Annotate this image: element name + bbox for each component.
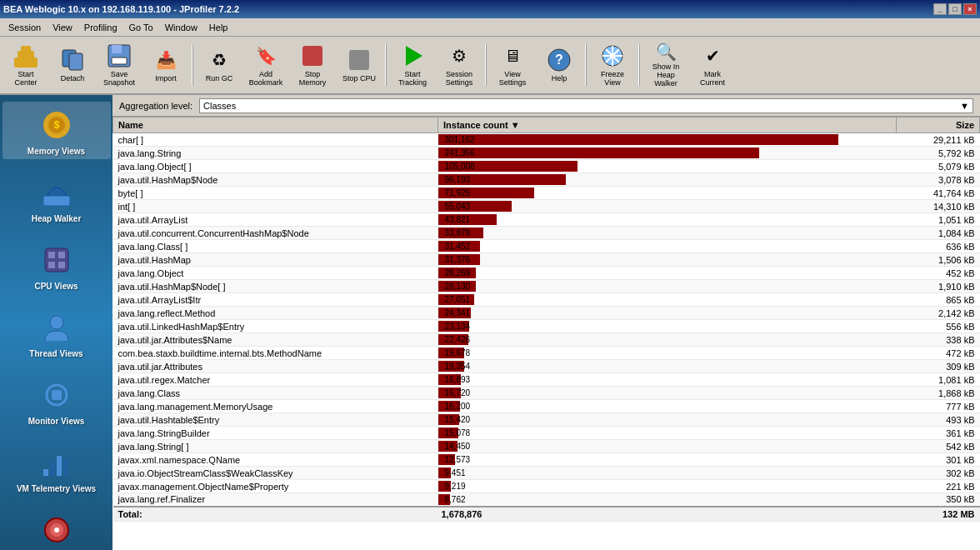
table-row[interactable]: java.lang.StringBuilder15,078361 kB xyxy=(113,427,980,440)
table-row[interactable]: java.util.jar.Attributes19,354309 kB xyxy=(113,360,980,373)
sidebar-label-3: Thread Views xyxy=(29,349,82,358)
cell-classname: java.util.LinkedHashMap$Entry xyxy=(113,320,438,333)
cell-count: 43,821 xyxy=(438,213,897,227)
menu-item-go to[interactable]: Go To xyxy=(124,21,158,34)
table-row[interactable]: byte[ ]71,92541,764 kB xyxy=(113,187,980,200)
toolbar-icon-7 xyxy=(346,47,372,73)
cell-classname: int[ ] xyxy=(113,200,438,213)
toolbar-separator-3 xyxy=(192,44,193,86)
cell-classname: java.lang.String xyxy=(113,147,438,160)
toolbar-btn-start-tracking[interactable]: Start Tracking xyxy=(390,39,435,91)
col-size-header[interactable]: Size xyxy=(897,118,980,133)
toolbar-btn-start-center[interactable]: Start Center xyxy=(3,39,48,91)
toolbar-btn-help[interactable]: ?Help xyxy=(537,39,582,91)
cell-count: 105,008 xyxy=(438,160,897,173)
table-row[interactable]: java.util.HashMap31,3761,506 kB xyxy=(113,253,980,267)
table-row[interactable]: java.lang.Object28,269452 kB xyxy=(113,267,980,280)
table-row[interactable]: java.lang.Object[ ]105,0085,079 kB xyxy=(113,160,980,173)
toolbar-label-11: Help xyxy=(552,75,568,83)
toolbar-btn-stop-memory[interactable]: Stop Memory xyxy=(290,39,335,91)
count-value: 31,452 xyxy=(442,242,893,251)
table-row[interactable]: char[ ]301,16229,211 kB xyxy=(113,133,980,147)
table-row[interactable]: java.util.regex.Matcher16,8931,081 kB xyxy=(113,373,980,387)
sidebar-item-cpu-views[interactable]: CPU Views xyxy=(2,237,111,294)
total-size: 132 MB xyxy=(897,507,980,522)
table-row[interactable]: java.util.LinkedHashMap$Entry23,134556 k… xyxy=(113,320,980,333)
minimize-button[interactable]: _ xyxy=(933,3,947,15)
total-row: Total:1,678,876132 MB xyxy=(113,507,980,522)
table-row[interactable]: com.bea.staxb.buildtime.internal.bts.Met… xyxy=(113,347,980,360)
table-row[interactable]: java.lang.String[ ]14,450542 kB xyxy=(113,440,980,453)
sidebar-icon-3 xyxy=(37,308,77,348)
cell-size: 41,764 kB xyxy=(897,187,980,200)
count-value: 55,043 xyxy=(442,202,893,211)
menu-item-profiling[interactable]: Profiling xyxy=(79,21,122,34)
sidebar-item-jee-&-probes[interactable]: JEE & Probes xyxy=(2,507,111,550)
toolbar-btn-run-gc[interactable]: ♻Run GC xyxy=(197,39,242,91)
count-value: 33,878 xyxy=(442,228,893,238)
toolbar-btn-save-snapshot[interactable]: Save Snapshot xyxy=(97,39,142,91)
count-value: 27,051 xyxy=(442,295,893,304)
toolbar-btn-stop-cpu[interactable]: Stop CPU xyxy=(337,39,382,91)
table-row[interactable]: java.lang.Class[ ]31,452636 kB xyxy=(113,240,980,253)
sidebar-icon-4 xyxy=(37,375,77,415)
svg-rect-9 xyxy=(349,50,369,70)
table-row[interactable]: java.lang.Class16,7201,868 kB xyxy=(113,387,980,400)
toolbar-btn-freeze-view[interactable]: Freeze View xyxy=(590,39,635,91)
table-row[interactable]: java.io.ObjectStreamClass$WeakClassKey9,… xyxy=(113,467,980,480)
col-name-header[interactable]: Name xyxy=(113,118,438,133)
cell-classname: java.lang.reflect.Method xyxy=(113,307,438,320)
cell-classname: java.util.HashMap$Node[ ] xyxy=(113,280,438,293)
menu-item-window[interactable]: Window xyxy=(160,21,202,34)
table-row[interactable]: java.lang.management.MemoryUsage16,20077… xyxy=(113,400,980,413)
table-row[interactable]: int[ ]55,04314,310 kB xyxy=(113,200,980,213)
menu-item-help[interactable]: Help xyxy=(204,21,233,34)
svg-rect-6 xyxy=(112,45,122,53)
toolbar-btn-detach[interactable]: Detach xyxy=(50,39,95,91)
sidebar-item-memory-views[interactable]: $Memory Views xyxy=(2,102,111,159)
toolbar-icon-10: 🖥 xyxy=(499,42,526,69)
table-row[interactable]: java.util.HashMap$Node96,1933,078 kB xyxy=(113,173,980,187)
sidebar-item-monitor-views[interactable]: Monitor Views xyxy=(2,372,111,429)
table-row[interactable]: java.util.HashMap$Node[ ]28,1301,910 kB xyxy=(113,280,980,293)
maximize-button[interactable]: □ xyxy=(948,3,962,15)
table-row[interactable]: java.util.concurrent.ConcurrentHashMap$N… xyxy=(113,227,980,240)
toolbar-btn-add-bookmark[interactable]: 🔖Add Bookmark xyxy=(243,39,288,91)
cell-size: 542 kB xyxy=(897,440,980,453)
table-row[interactable]: javax.management.ObjectName$Property9,21… xyxy=(113,480,980,493)
toolbar-btn-view-settings[interactable]: 🖥View Settings xyxy=(490,39,535,91)
table-row[interactable]: java.util.ArrayList43,8211,051 kB xyxy=(113,213,980,227)
count-value: 15,420 xyxy=(442,415,893,424)
toolbar-btn-session-settings[interactable]: ⚙Session Settings xyxy=(437,39,482,91)
sidebar-item-heap-walker[interactable]: Heap Walker xyxy=(2,169,111,227)
cell-size: 1,868 kB xyxy=(897,387,980,400)
sidebar-item-vm-telemetry-views[interactable]: VM Telemetry Views xyxy=(2,439,111,497)
menu-item-session[interactable]: Session xyxy=(3,21,46,34)
table-row[interactable]: java.lang.String241,3565,792 kB xyxy=(113,147,980,160)
count-value: 8,762 xyxy=(442,495,893,504)
sidebar-item-thread-views[interactable]: Thread Views xyxy=(2,304,111,362)
count-value: 71,925 xyxy=(442,188,893,198)
col-instance-header[interactable]: Instance count ▼ xyxy=(438,118,897,133)
table-row[interactable]: java.lang.ref.Finalizer8,762350 kB xyxy=(113,493,980,507)
table-row[interactable]: java.util.ArrayList$Itr27,051865 kB xyxy=(113,293,980,307)
aggregation-dropdown[interactable]: Classes ▼ xyxy=(199,98,973,113)
cell-size: 865 kB xyxy=(897,293,980,307)
table-row[interactable]: java.util.jar.Attributes$Name22,426338 k… xyxy=(113,333,980,347)
cell-classname: java.lang.Class xyxy=(113,387,438,400)
count-value: 9,451 xyxy=(442,468,893,478)
table-row[interactable]: java.lang.reflect.Method24,3412,142 kB xyxy=(113,307,980,320)
cell-classname: javax.xml.namespace.QName xyxy=(113,453,438,467)
table-row[interactable]: java.util.Hashtable$Entry15,420493 kB xyxy=(113,413,980,427)
cell-classname: java.util.Hashtable$Entry xyxy=(113,413,438,427)
cell-size: 350 kB xyxy=(897,493,980,507)
toolbar-btn-mark-current[interactable]: ✔Mark Current xyxy=(690,39,735,91)
close-button[interactable]: × xyxy=(963,3,977,15)
toolbar-btn-import[interactable]: 📥Import xyxy=(143,39,188,91)
table-row[interactable]: javax.xml.namespace.QName12,573301 kB xyxy=(113,453,980,467)
cell-size: 1,506 kB xyxy=(897,253,980,267)
menu-item-view[interactable]: View xyxy=(48,21,78,34)
toolbar-btn-show-in-heap-walker[interactable]: 🔍Show In Heap Walker xyxy=(643,39,688,91)
total-label: Total: xyxy=(113,507,438,522)
cell-size: 338 kB xyxy=(897,333,980,347)
